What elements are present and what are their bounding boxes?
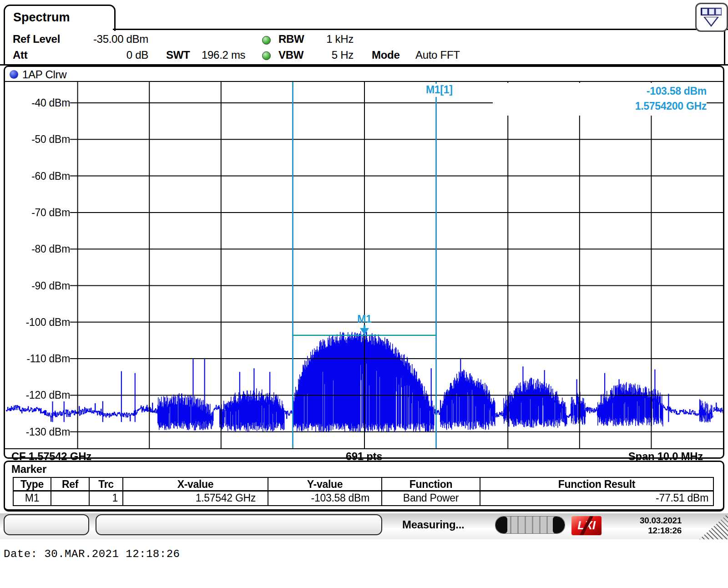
- header-top-divider: [113, 29, 728, 30]
- marker-table-cell[interactable]: -103.58 dBm: [268, 492, 382, 505]
- status-bar: Measuring... LXI 30.03.2021 12:18:26: [0, 513, 728, 539]
- trace1-label[interactable]: 1AP Clrw: [22, 68, 66, 81]
- rbw-value[interactable]: 1 kHz: [313, 33, 354, 46]
- y-axis-label: -100 dBm: [16, 316, 70, 329]
- window-layout-icon: [701, 8, 722, 15]
- y-axis-label: -110 dBm: [16, 352, 70, 365]
- vbw-led-icon: [262, 51, 271, 60]
- marker-panel-title: Marker: [11, 463, 46, 476]
- att-label: Att: [13, 49, 27, 61]
- y-axis-label: -90 dBm: [16, 279, 70, 292]
- rbw-led-icon: [262, 36, 271, 45]
- header-right-border: [724, 29, 725, 64]
- ref-level-label: Ref Level: [13, 33, 60, 46]
- y-axis-label: -130 dBm: [16, 426, 70, 438]
- display-menu-button[interactable]: [695, 3, 728, 32]
- marker-table-cell[interactable]: M1: [14, 492, 51, 505]
- progress-cap-left: [495, 517, 507, 533]
- marker-table-cell[interactable]: -77.51 dBm: [480, 492, 713, 505]
- marker-table-header: Type: [14, 478, 51, 492]
- marker-m1-flag[interactable]: M1: [351, 313, 378, 325]
- tab-title: Spectrum: [13, 10, 70, 25]
- swt-label: SWT: [166, 49, 190, 61]
- marker-table-header: X-value: [123, 478, 268, 492]
- trace1-dot-icon: [10, 70, 18, 79]
- y-axis-label: -40 dBm: [16, 96, 70, 109]
- vbw-label: VBW: [278, 49, 303, 61]
- status-date: 30.03.2021: [619, 516, 682, 526]
- marker-table-header: Function Result: [480, 478, 713, 492]
- screenshot-date-caption: Date: 30.MAR.2021 12:18:26: [4, 548, 180, 560]
- status-field-2: [96, 514, 382, 535]
- trace-info-bar: 1AP Clrw: [5, 67, 723, 82]
- marker-m1-header[interactable]: M1[1]: [423, 84, 455, 97]
- y-axis-label: -70 dBm: [16, 206, 70, 219]
- att-value[interactable]: 0 dB: [91, 49, 148, 61]
- marker-x-value: 1.5754200 GHz: [493, 99, 707, 114]
- marker-table-cell[interactable]: Band Power: [382, 492, 480, 505]
- status-field-1: [4, 514, 89, 535]
- marker-table-header: Ref: [51, 478, 90, 492]
- swt-value[interactable]: 196.2 ms: [202, 49, 245, 61]
- marker-panel: Marker TypeRefTrcX-valueY-valueFunctionF…: [4, 461, 724, 512]
- sweep-progress-bar: [495, 516, 565, 534]
- resize-grip-icon[interactable]: [696, 513, 728, 539]
- y-axis-label: -50 dBm: [16, 133, 70, 146]
- y-axis-label: -80 dBm: [16, 243, 70, 255]
- progress-cap-right: [553, 517, 565, 533]
- marker-table-cell[interactable]: 1: [90, 492, 123, 505]
- vbw-value[interactable]: 5 Hz: [313, 49, 354, 61]
- tab-spectrum[interactable]: Spectrum: [4, 5, 116, 31]
- marker-table-header: Y-value: [268, 478, 382, 492]
- status-time: 12:18:26: [619, 526, 682, 536]
- marker-table-cell[interactable]: 1.57542 GHz: [123, 492, 268, 505]
- spectrum-analyzer-screen: Spectrum Ref Level -35.00 dBm Att 0 dB S…: [0, 0, 728, 588]
- mode-value[interactable]: Auto FFT: [415, 49, 460, 61]
- y-axis-label: -60 dBm: [16, 170, 70, 182]
- grid-overlay: [6, 82, 723, 448]
- header-left-border: [4, 27, 5, 64]
- measuring-status: Measuring...: [402, 518, 464, 531]
- rbw-label: RBW: [278, 33, 304, 46]
- lxi-logo-icon: LXI: [571, 516, 602, 535]
- marker-table-header: Function: [382, 478, 480, 492]
- x-axis-annotation: CF 1.57542 GHz 691 pts Span 10.0 MHz: [5, 448, 723, 458]
- y-axis-label: -120 dBm: [16, 389, 70, 401]
- marker-table-header: Trc: [90, 478, 123, 492]
- mode-label: Mode: [372, 49, 399, 61]
- ref-level-value[interactable]: -35.00 dBm: [64, 33, 148, 46]
- marker-m1-triangle-icon[interactable]: [360, 328, 369, 335]
- dropdown-triangle-icon: [703, 17, 719, 27]
- marker-m1-stem: [364, 325, 365, 329]
- marker-readout: -103.58 dBm 1.5754200 GHz: [493, 83, 707, 116]
- spectrum-display: 1AP Clrw M1[1] -103.58 dBm 1.5754200 GHz…: [4, 66, 724, 459]
- measurement-grid: M1[1] -103.58 dBm 1.5754200 GHz M1 -40 d…: [6, 82, 723, 448]
- marker-y-value: -103.58 dBm: [493, 84, 707, 99]
- marker-table-cell[interactable]: [51, 492, 90, 505]
- marker-table[interactable]: TypeRefTrcX-valueY-valueFunctionFunction…: [13, 477, 714, 506]
- status-datetime: 30.03.2021 12:18:26: [619, 516, 682, 536]
